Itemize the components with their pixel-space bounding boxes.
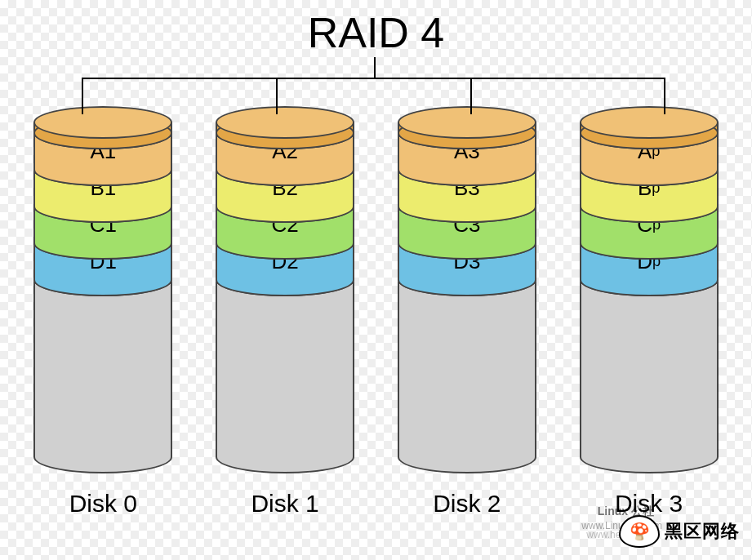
disk-label: Disk 2 xyxy=(433,490,501,518)
logo-text: 黑区网络 xyxy=(665,519,740,544)
connector-lines xyxy=(82,57,665,114)
site-logo: 🍄 黑区网络 xyxy=(619,515,740,548)
mushroom-icon: 🍄 xyxy=(619,515,660,548)
diagram-title: RAID 4 xyxy=(0,8,752,57)
disk-label: Disk 1 xyxy=(251,490,318,518)
diagram-stage: RAID 4 D1C1B1A1Disk 0D2C2B2A2Disk 1D3C3B… xyxy=(0,0,752,560)
disk-cylinder: D2C2B2A2 xyxy=(216,106,354,473)
disk-cylinder: DpCpBpAp xyxy=(580,106,719,473)
disk-column: DpCpBpApDisk 3 xyxy=(567,106,731,518)
disk-cylinder: D1C1B1A1 xyxy=(33,106,172,473)
disk-array: D1C1B1A1Disk 0D2C2B2A2Disk 1D3C3B3A3Disk… xyxy=(0,106,752,518)
disk-column: D1C1B1A1Disk 0 xyxy=(21,106,185,518)
disk-cylinder: D3C3B3A3 xyxy=(398,106,536,473)
disk-label: Disk 0 xyxy=(69,490,137,518)
disk-column: D3C3B3A3Disk 2 xyxy=(385,106,549,518)
disk-column: D2C2B2A2Disk 1 xyxy=(203,106,367,518)
